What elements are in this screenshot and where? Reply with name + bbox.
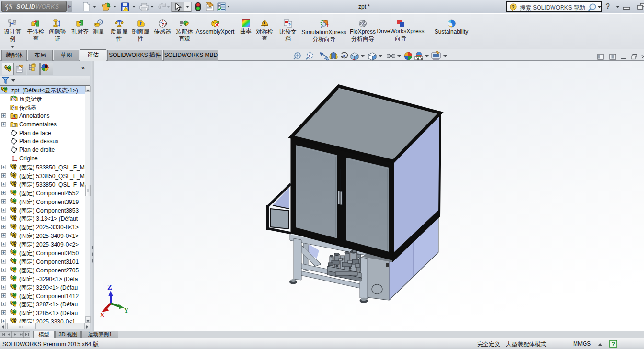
svg-text:SOLIDWORKS: SOLIDWORKS [16,3,59,10]
svg-text:ƷS: ƷS [3,2,13,11]
svg-text:?: ? [512,5,515,10]
svg-text:Z: Z [107,283,112,291]
svg-text:?: ? [612,341,615,348]
svg-text:?: ? [605,2,610,11]
svg-text:Y: Y [124,306,129,314]
svg-text:X: X [100,311,105,319]
svg-text:!: ! [309,54,310,58]
svg-text:?: ? [288,23,291,27]
